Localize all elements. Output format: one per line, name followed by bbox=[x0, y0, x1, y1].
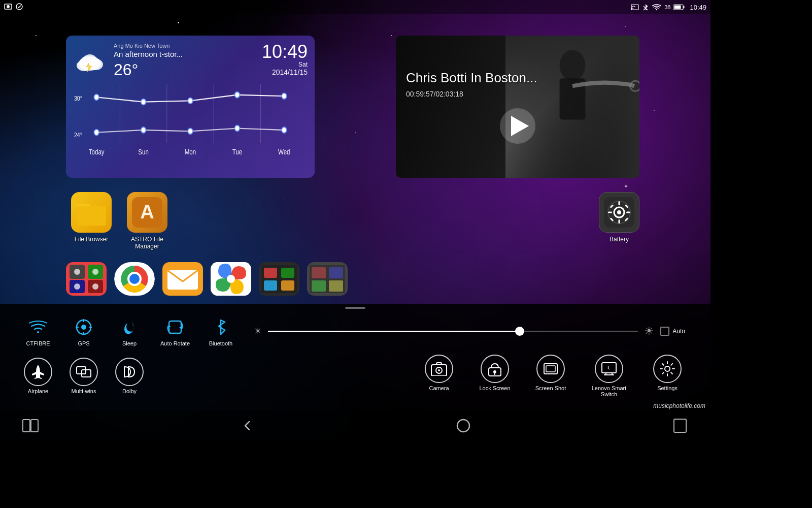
svg-rect-52 bbox=[608, 212, 612, 213]
rotate-toggle-icon bbox=[164, 316, 186, 338]
svg-point-86 bbox=[81, 325, 86, 330]
media-player-widget[interactable]: Chris Botti In Boston... 00:59:57/02:03:… bbox=[396, 36, 639, 178]
qs-action-screenshot[interactable]: Screen Shot bbox=[528, 355, 573, 397]
app-battery[interactable]: Battery bbox=[594, 192, 645, 243]
watermark: musicphotolife.com bbox=[653, 402, 705, 409]
qs-action-dolby[interactable]: Dolby bbox=[107, 358, 152, 394]
status-left-icons bbox=[4, 3, 23, 12]
brightness-slider[interactable] bbox=[268, 331, 638, 332]
svg-point-27 bbox=[141, 127, 146, 133]
svg-rect-9 bbox=[674, 6, 681, 9]
navigation-bar bbox=[0, 410, 710, 441]
svg-point-63 bbox=[74, 269, 80, 275]
bluetooth-label: Bluetooth bbox=[209, 340, 232, 346]
nav-multiwindow-button[interactable] bbox=[20, 416, 41, 436]
weather-icon bbox=[73, 43, 109, 79]
qs-toggle-rotate[interactable]: Auto Rotate bbox=[152, 316, 198, 346]
check-icon bbox=[15, 3, 23, 12]
qs-action-lockscreen[interactable]: Lock Screen bbox=[472, 355, 518, 397]
lock-screen-label: Lock Screen bbox=[479, 385, 510, 391]
weather-widget[interactable]: Ang Mo Kio New Town An afternoon t-stor.… bbox=[66, 36, 315, 178]
camera-label: Camera bbox=[429, 385, 449, 391]
svg-point-26 bbox=[94, 130, 99, 136]
lenovo-icon: L bbox=[595, 355, 623, 383]
svg-text:L: L bbox=[607, 365, 611, 370]
qs-action-camera[interactable]: Camera bbox=[416, 355, 462, 397]
auto-brightness-toggle[interactable]: Auto bbox=[660, 327, 685, 336]
chrome-icon[interactable] bbox=[114, 262, 155, 296]
media-title: Chris Botti In Boston... bbox=[406, 70, 629, 86]
airplane-label: Airplane bbox=[28, 388, 48, 394]
qs-toggle-wifi[interactable]: CTFIBRE bbox=[15, 316, 61, 346]
qs-toggle-sleep[interactable]: Sleep bbox=[107, 316, 152, 346]
weather-temperature: 26° bbox=[114, 60, 183, 79]
nav-recents-button[interactable] bbox=[670, 416, 690, 436]
svg-rect-103 bbox=[546, 366, 555, 372]
svg-rect-111 bbox=[31, 420, 38, 432]
airplane-icon bbox=[24, 358, 52, 386]
email-icon[interactable] bbox=[162, 262, 203, 296]
svg-rect-79 bbox=[281, 280, 294, 291]
quick-settings-row-2: Airplane Multi-wins Dolby bbox=[0, 351, 710, 401]
multiwins-label: Multi-wins bbox=[72, 388, 96, 394]
svg-point-112 bbox=[457, 420, 469, 432]
drag-bar bbox=[345, 307, 365, 309]
svg-point-24 bbox=[282, 93, 287, 99]
qs-actions-right: Camera Lock Screen bbox=[416, 355, 695, 397]
svg-point-28 bbox=[188, 129, 193, 135]
svg-point-22 bbox=[188, 98, 193, 104]
svg-point-20 bbox=[94, 94, 99, 101]
photos-icon[interactable] bbox=[211, 262, 251, 296]
weather-location: Ang Mo Kio New Town bbox=[114, 43, 183, 49]
weather-date: 2014/11/15 bbox=[262, 68, 308, 76]
svg-point-49 bbox=[617, 210, 621, 214]
main-area: Ang Mo Kio New Town An afternoon t-stor.… bbox=[0, 14, 710, 339]
bluetooth-toggle-icon bbox=[210, 316, 232, 338]
qs-action-settings[interactable]: Settings bbox=[645, 355, 690, 397]
qs-action-airplane[interactable]: Airplane bbox=[15, 358, 61, 394]
cast-icon bbox=[631, 3, 639, 11]
qs-action-multiwins[interactable]: Multi-wins bbox=[61, 358, 107, 394]
settings-icon bbox=[653, 355, 682, 383]
brightness-control[interactable]: ☀ ☀ Auto bbox=[244, 325, 695, 338]
svg-rect-53 bbox=[626, 212, 630, 213]
battery-status-icon bbox=[673, 4, 685, 10]
settings-label: Settings bbox=[657, 385, 678, 391]
qs-action-lenovo[interactable]: L Lenovo Smart Switch bbox=[584, 355, 634, 397]
auto-checkbox bbox=[660, 327, 669, 336]
qs-toggle-bluetooth[interactable]: Bluetooth bbox=[198, 316, 244, 346]
brightness-thumb bbox=[515, 327, 524, 336]
svg-point-109 bbox=[665, 366, 670, 371]
drag-handle[interactable] bbox=[0, 304, 710, 312]
app-astro[interactable]: A A ASTRO File Manager bbox=[122, 192, 173, 250]
app-row-2 bbox=[0, 262, 710, 296]
wifi-status-icon bbox=[652, 4, 661, 11]
brightness-low-icon: ☀ bbox=[254, 326, 262, 337]
gallery-icon[interactable] bbox=[307, 262, 348, 296]
svg-text:Sun: Sun bbox=[138, 148, 149, 156]
brightness-fill bbox=[268, 331, 520, 332]
svg-text:24°: 24° bbox=[74, 131, 82, 138]
brightness-high-icon: ☀ bbox=[644, 325, 654, 338]
svg-rect-113 bbox=[674, 419, 686, 432]
app-folder-icon[interactable] bbox=[66, 262, 107, 296]
svg-point-4 bbox=[631, 9, 632, 10]
sleep-toggle-icon bbox=[118, 316, 141, 338]
app-file-browser[interactable]: File Browser bbox=[66, 192, 117, 243]
nav-back-button[interactable] bbox=[237, 416, 257, 436]
play-button[interactable] bbox=[500, 108, 535, 144]
svg-rect-51 bbox=[619, 219, 620, 224]
status-time: 10:49 bbox=[690, 4, 706, 11]
media-folder-icon[interactable] bbox=[259, 262, 299, 296]
svg-rect-78 bbox=[264, 280, 277, 291]
bluetooth-status-icon bbox=[642, 3, 649, 11]
svg-point-65 bbox=[74, 283, 80, 290]
svg-rect-77 bbox=[281, 268, 294, 278]
svg-text:Wed: Wed bbox=[278, 148, 290, 156]
qs-toggle-gps[interactable]: GPS bbox=[61, 316, 107, 346]
nav-home-button[interactable] bbox=[453, 416, 473, 436]
svg-point-30 bbox=[282, 127, 287, 133]
astro-icon: A A bbox=[127, 192, 167, 233]
dolby-label: Dolby bbox=[122, 388, 137, 394]
file-browser-icon bbox=[71, 192, 112, 233]
